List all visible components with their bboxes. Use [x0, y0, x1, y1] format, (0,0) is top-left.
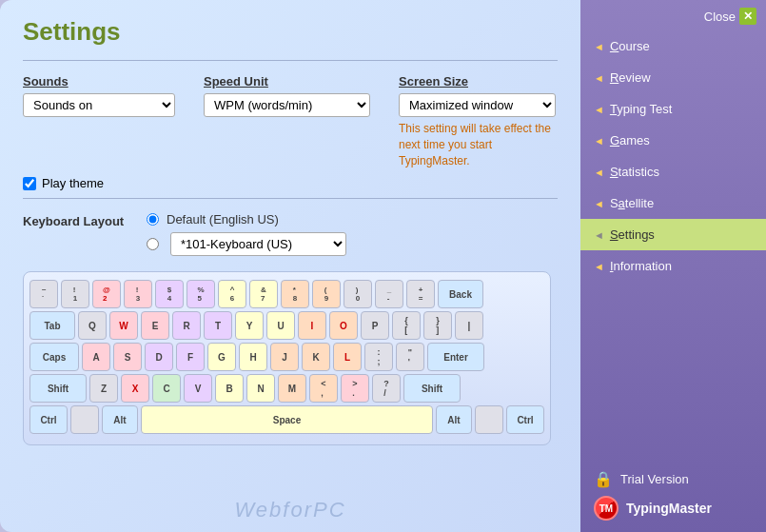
- key-row-4: Shift Z X C V B N M <, >. ?/ Shift: [29, 374, 544, 403]
- key-equals: +=: [406, 280, 435, 308]
- sidebar-item-typing-test[interactable]: ◄ Typing Test: [580, 93, 766, 125]
- play-theme-checkbox[interactable]: [23, 177, 36, 190]
- trial-version-label: Trial Version: [620, 472, 689, 486]
- key-h: H: [239, 343, 267, 371]
- top-divider: [23, 60, 558, 61]
- sidebar-label-information: Information: [610, 259, 672, 273]
- key-b: B: [215, 374, 244, 403]
- play-theme-row: Play theme: [23, 176, 558, 190]
- sidebar-label-games: Games: [610, 133, 650, 148]
- play-theme-label: Play theme: [42, 176, 104, 190]
- key-tab: Tab: [29, 311, 75, 340]
- screen-size-label: Screen Size: [399, 74, 556, 89]
- key-ctrl-right: Ctrl: [506, 405, 544, 434]
- key-4: $4: [155, 280, 184, 308]
- key-v: V: [184, 374, 212, 403]
- key-row-3: Caps A S D F G H J K L :; "' Enter: [29, 343, 544, 371]
- key-7: &7: [249, 280, 278, 308]
- layout-option-101: *101-Keyboard (US): [147, 232, 346, 256]
- layout-radio-default[interactable]: [147, 213, 159, 226]
- sidebar-item-review[interactable]: ◄ Review: [580, 62, 766, 93]
- brand-row: TM TypingMaster: [594, 496, 753, 521]
- key-win-right: [475, 405, 503, 434]
- key-t: T: [204, 311, 232, 340]
- key-r: R: [172, 311, 201, 340]
- layout-options: Default (English US) *101-Keyboard (US): [147, 212, 346, 256]
- sidebar-item-settings[interactable]: ◄ Settings: [580, 219, 766, 250]
- key-e: E: [141, 311, 169, 340]
- speed-unit-select[interactable]: WPM (words/min) CPM (chars/min) KPH (key…: [204, 93, 370, 117]
- key-9: (9: [312, 280, 341, 308]
- key-6: ^6: [218, 280, 246, 308]
- close-btn-row: Close ✕: [580, 0, 766, 30]
- key-tilde: ~`: [29, 280, 58, 308]
- key-i: I: [298, 311, 326, 340]
- sidebar-label-typing-test: Typing Test: [610, 102, 673, 116]
- key-k: K: [302, 343, 330, 371]
- speed-unit-col: Speed Unit WPM (words/min) CPM (chars/mi…: [204, 74, 370, 117]
- layout-select-101[interactable]: *101-Keyboard (US): [170, 232, 346, 256]
- key-s: S: [113, 343, 142, 371]
- key-pipe: |: [455, 311, 483, 340]
- key-space: Space: [141, 405, 433, 434]
- screen-size-select[interactable]: Maximized window Full screen Normal wind…: [399, 93, 556, 117]
- key-w: W: [109, 311, 138, 340]
- layout-label-default: Default (English US): [167, 212, 279, 227]
- arrow-icon-review: ◄: [594, 72, 604, 84]
- key-8: *8: [281, 280, 309, 308]
- key-l: L: [333, 343, 362, 371]
- nav-items: ◄ Course ◄ Review ◄ Typing Test ◄ Games …: [580, 30, 766, 282]
- settings-row-top: Sounds Sounds on Sounds off Speed Unit W…: [23, 74, 558, 168]
- sidebar-label-statistics: Statistics: [610, 165, 659, 179]
- key-n: N: [246, 374, 275, 403]
- key-bracket-right: }]: [423, 311, 452, 340]
- sidebar-item-information[interactable]: ◄ Information: [580, 250, 766, 282]
- sidebar-item-statistics[interactable]: ◄ Statistics: [580, 156, 766, 187]
- key-ctrl-left: Ctrl: [29, 405, 68, 434]
- key-shift-left: Shift: [29, 374, 87, 403]
- sidebar-item-satellite[interactable]: ◄ Satellite: [580, 187, 766, 219]
- keyboard-visual: ~` !1 @2 !3 $4 %5 ^6 &7 *8 (9 )0 _- += B…: [23, 271, 551, 445]
- screen-size-col: Screen Size Maximized window Full screen…: [399, 74, 556, 168]
- close-button[interactable]: Close ✕: [704, 8, 756, 25]
- key-u: U: [266, 311, 295, 340]
- sidebar-label-course: Course: [610, 39, 650, 53]
- page-title: Settings: [23, 17, 558, 47]
- middle-divider: [23, 198, 558, 199]
- key-j: J: [270, 343, 299, 371]
- key-row-1: ~` !1 @2 !3 $4 %5 ^6 &7 *8 (9 )0 _- += B…: [29, 280, 544, 308]
- speed-unit-label: Speed Unit: [204, 74, 370, 89]
- key-1: !1: [61, 280, 89, 308]
- key-a: A: [82, 343, 110, 371]
- key-bracket-left: {[: [392, 311, 421, 340]
- key-row-2: Tab Q W E R T Y U I O P {[ }] |: [29, 311, 544, 340]
- watermark: WebforPC: [234, 498, 345, 522]
- key-p: P: [361, 311, 389, 340]
- main-panel: Settings Sounds Sounds on Sounds off Spe…: [0, 0, 580, 532]
- arrow-icon-games: ◄: [594, 135, 604, 147]
- arrow-icon-typing-test: ◄: [594, 104, 604, 115]
- sidebar-item-course[interactable]: ◄ Course: [580, 30, 766, 62]
- sidebar-item-games[interactable]: ◄ Games: [580, 125, 766, 156]
- layout-option-default: Default (English US): [147, 212, 346, 227]
- key-g: G: [207, 343, 236, 371]
- sidebar: Close ✕ ◄ Course ◄ Review ◄ Typing Test …: [580, 0, 766, 532]
- close-label: Close: [704, 10, 736, 24]
- key-minus: _-: [375, 280, 403, 308]
- sounds-select[interactable]: Sounds on Sounds off: [23, 93, 175, 117]
- trial-version-row: 🔒 Trial Version: [594, 470, 753, 488]
- key-z: Z: [89, 374, 118, 403]
- key-comma: <,: [309, 374, 338, 403]
- close-x-icon: ✕: [739, 8, 756, 25]
- arrow-icon-statistics: ◄: [594, 167, 604, 178]
- key-row-5: Ctrl Alt Space Alt Ctrl: [29, 405, 544, 434]
- key-alt-right: Alt: [436, 405, 472, 434]
- key-0: )0: [344, 280, 372, 308]
- key-slash: ?/: [372, 374, 401, 403]
- key-alt-left: Alt: [102, 405, 138, 434]
- key-win-left: [70, 405, 99, 434]
- sounds-label: Sounds: [23, 74, 175, 89]
- layout-radio-101[interactable]: [147, 238, 159, 250]
- key-quote: "': [396, 343, 424, 371]
- key-3: !3: [124, 280, 152, 308]
